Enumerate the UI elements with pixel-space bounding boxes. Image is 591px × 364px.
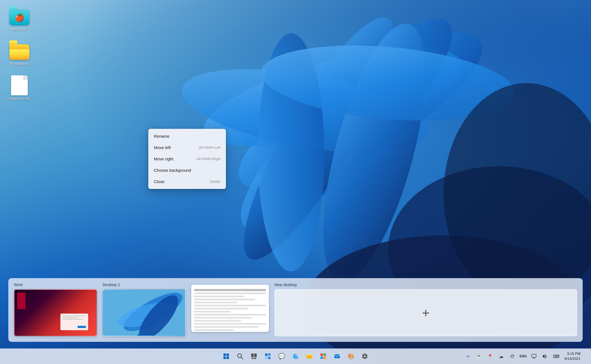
context-menu: Rename Move left Alt+Shift+Left Move rig… <box>148 129 226 189</box>
task-view-wrapper <box>248 350 260 363</box>
store-wrapper <box>317 350 330 363</box>
start-button[interactable] <box>220 350 233 363</box>
svg-rect-18 <box>223 357 226 359</box>
desktop-work-label: Work <box>14 283 97 287</box>
edge-wrapper <box>289 350 302 363</box>
tray-location-icon[interactable]: 📍 <box>486 352 495 361</box>
desktop-switcher: Work Desktop 2 <box>8 278 583 342</box>
tray-cloud-icon[interactable]: ☁ <box>497 352 506 361</box>
svg-rect-24 <box>252 358 254 359</box>
photoshoot-label: Photoshoot <box>10 62 29 66</box>
tray-app-1-icon[interactable]: ☕ <box>475 352 483 361</box>
tray-tablet-icon[interactable]: ⌨ <box>552 352 561 361</box>
teams-button[interactable]: 💬 <box>275 350 288 363</box>
new-desktop-card[interactable]: New desktop + <box>274 283 577 336</box>
mac-files-label: Mac Files <box>12 27 27 32</box>
show-desktop-button[interactable] <box>584 352 587 361</box>
widgets-button[interactable] <box>261 350 274 363</box>
mail-button[interactable] <box>331 350 343 363</box>
search-button[interactable] <box>234 350 246 363</box>
mac-files-icon[interactable]: 🍎 Mac Files <box>6 6 33 32</box>
paint-button[interactable]: 🎨 <box>345 350 357 363</box>
paint-wrapper: 🎨 <box>345 350 357 363</box>
context-rename[interactable]: Rename <box>148 130 226 142</box>
mail-wrapper <box>331 350 343 363</box>
photoshoot-icon[interactable]: Photoshoot <box>6 40 33 66</box>
desktop-card-2[interactable]: Desktop 2 <box>103 283 186 336</box>
svg-rect-34 <box>323 357 326 359</box>
desktop-icons-container: 🍎 Mac Files Photoshoot Livedrive-5.04... <box>6 6 33 101</box>
language-indicator[interactable]: ENG <box>519 352 527 361</box>
start-button-wrapper <box>220 350 233 363</box>
widgets-wrapper <box>261 350 274 363</box>
new-desktop-button[interactable]: + <box>274 289 577 336</box>
desktop-card-work[interactable]: Work <box>14 283 97 336</box>
desktop-work-thumbnail[interactable] <box>14 289 97 336</box>
clock-date: 9/14/2021 <box>564 356 580 361</box>
taskbar-icons: 💬 <box>220 350 371 363</box>
desktop3-thumbnail[interactable] <box>191 285 269 332</box>
teams-wrapper: 💬 <box>275 350 288 363</box>
tray-display-icon[interactable] <box>529 352 538 361</box>
svg-rect-32 <box>323 353 326 356</box>
tray-volume-icon[interactable] <box>541 352 549 361</box>
desktop2-label: Desktop 2 <box>103 283 186 287</box>
task-view-button[interactable] <box>248 350 260 363</box>
edge-button[interactable] <box>289 350 302 363</box>
desktop2-thumbnail[interactable] <box>103 289 186 336</box>
context-choose-background[interactable]: Choose background <box>148 165 226 176</box>
new-desktop-label: New desktop <box>274 283 577 287</box>
tray-expand-button[interactable] <box>463 352 472 361</box>
livedrive-icon[interactable]: Livedrive-5.04... <box>6 75 33 101</box>
tray-refresh-icon[interactable] <box>508 352 517 361</box>
context-move-left[interactable]: Move left Alt+Shift+Left <box>148 142 226 153</box>
explorer-button[interactable] <box>303 350 316 363</box>
svg-rect-22 <box>251 353 254 357</box>
svg-rect-23 <box>254 353 257 357</box>
system-clock[interactable]: 3:15 PM 9/14/2021 <box>563 351 582 361</box>
clock-time: 3:15 PM <box>567 351 580 356</box>
settings-button[interactable] <box>358 350 371 363</box>
svg-rect-26 <box>265 353 268 356</box>
taskbar: 💬 <box>0 348 591 364</box>
search-button-wrapper <box>234 350 246 363</box>
svg-rect-27 <box>268 353 271 355</box>
system-tray: ☕ 📍 ☁ ENG ⌨ <box>463 351 587 361</box>
svg-rect-30 <box>268 357 271 359</box>
svg-rect-25 <box>254 358 256 359</box>
svg-line-21 <box>241 357 243 359</box>
explorer-wrapper <box>303 350 316 363</box>
work-dialog-box <box>60 314 88 330</box>
settings-wrapper <box>358 350 371 363</box>
svg-rect-19 <box>226 357 229 359</box>
svg-rect-31 <box>320 353 323 356</box>
desktop-card-3[interactable] <box>191 283 269 332</box>
svg-rect-36 <box>532 354 536 357</box>
context-close[interactable]: Close Delete <box>148 176 226 187</box>
livedrive-label: Livedrive-5.04... <box>7 96 32 101</box>
svg-rect-29 <box>265 357 268 359</box>
store-button[interactable] <box>317 350 330 363</box>
svg-rect-35 <box>334 354 340 358</box>
context-move-right[interactable]: Move right Alt+Shift+Right <box>148 153 226 165</box>
new-desktop-plus-icon: + <box>422 305 430 321</box>
svg-rect-17 <box>226 353 229 356</box>
svg-rect-33 <box>320 357 323 359</box>
svg-rect-16 <box>223 353 226 356</box>
svg-rect-28 <box>268 355 271 357</box>
